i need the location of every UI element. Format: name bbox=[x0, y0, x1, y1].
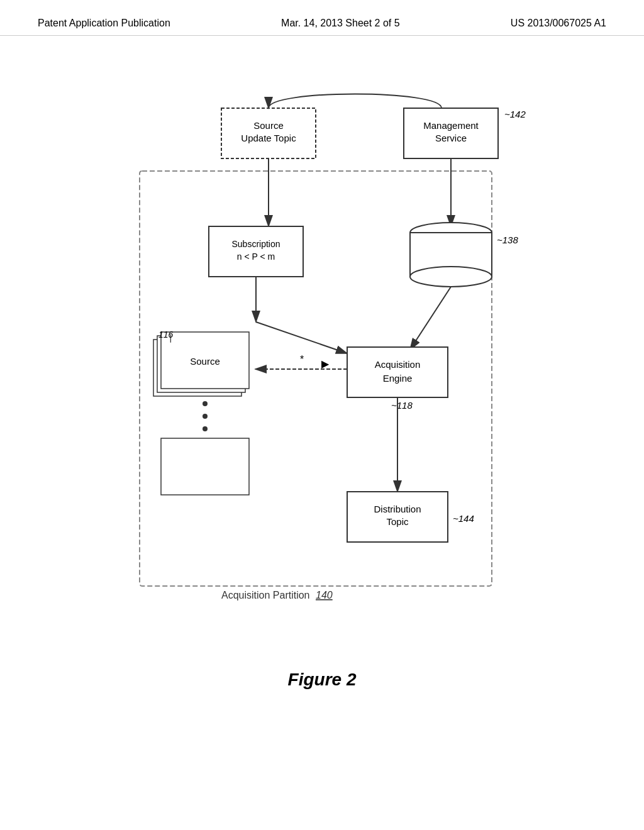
svg-line-20 bbox=[256, 322, 347, 353]
svg-text:Source: Source bbox=[253, 120, 284, 131]
svg-text:Distribution: Distribution bbox=[374, 504, 421, 514]
svg-point-17 bbox=[410, 267, 492, 287]
svg-text:Subscription: Subscription bbox=[231, 239, 280, 249]
svg-text:*: * bbox=[300, 354, 304, 365]
svg-text:Acquisition: Acquisition bbox=[375, 359, 421, 370]
svg-text:~144: ~144 bbox=[453, 513, 474, 524]
svg-text:Acquisition Partition: Acquisition Partition bbox=[221, 590, 310, 600]
diagram-svg: Acquisition Partition 140 Management Ser… bbox=[102, 74, 542, 639]
svg-text:~142: ~142 bbox=[504, 109, 526, 119]
svg-text:∣: ∣ bbox=[169, 333, 173, 343]
diagram-area: Acquisition Partition 140 Management Ser… bbox=[0, 36, 644, 728]
svg-text:~118: ~118 bbox=[391, 400, 413, 411]
header-right: US 2013/0067025 A1 bbox=[511, 18, 606, 29]
header-center: Mar. 14, 2013 Sheet 2 of 5 bbox=[281, 18, 400, 29]
svg-text:Update Topic: Update Topic bbox=[241, 133, 296, 143]
svg-text:Topic: Topic bbox=[386, 516, 409, 527]
svg-text:▶: ▶ bbox=[321, 358, 330, 369]
svg-text:Source: Source bbox=[190, 356, 220, 367]
svg-text:140: 140 bbox=[316, 590, 333, 600]
svg-line-21 bbox=[410, 287, 451, 350]
svg-point-35 bbox=[203, 401, 208, 406]
svg-text:n < P < m: n < P < m bbox=[237, 252, 275, 262]
svg-text:~138: ~138 bbox=[497, 235, 518, 245]
header-left: Patent Application Publication bbox=[38, 18, 170, 29]
page-header: Patent Application Publication Mar. 14, … bbox=[0, 0, 644, 36]
svg-point-37 bbox=[203, 426, 208, 431]
svg-rect-38 bbox=[161, 438, 249, 495]
svg-rect-22 bbox=[347, 347, 448, 397]
svg-text:Management: Management bbox=[423, 120, 479, 131]
svg-text:Service: Service bbox=[435, 133, 467, 143]
svg-text:Engine: Engine bbox=[383, 373, 413, 384]
svg-point-36 bbox=[203, 414, 208, 419]
figure-caption: Figure 2 bbox=[288, 670, 357, 690]
